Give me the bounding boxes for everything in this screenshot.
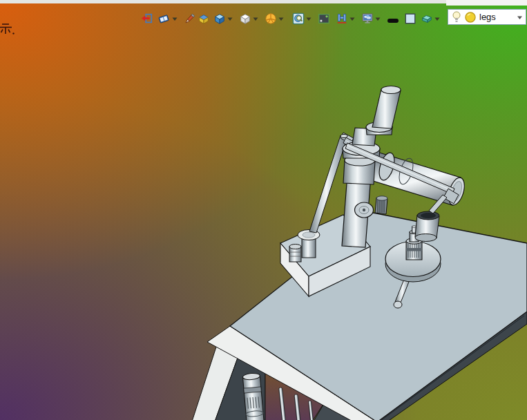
yellow-box-icon[interactable] — [198, 12, 210, 25]
chevron-down-icon[interactable] — [375, 17, 381, 21]
swatch-button[interactable] — [404, 12, 416, 26]
combobox-dropdown-arrow[interactable] — [517, 15, 523, 20]
notebook-button[interactable] — [157, 12, 178, 26]
combobox-value: legs — [479, 10, 496, 24]
rod-mount[interactable] — [289, 230, 320, 262]
view-selector-combobox[interactable]: legs — [448, 9, 526, 25]
notebook-icon[interactable] — [157, 12, 171, 25]
chevron-down-icon[interactable] — [349, 17, 355, 21]
monitor-clouds-icon[interactable] — [361, 12, 374, 25]
chevron-down-icon[interactable] — [172, 17, 178, 21]
cup-canister[interactable] — [415, 211, 439, 242]
chevron-down-icon[interactable] — [306, 17, 312, 21]
exit-icon[interactable] — [141, 12, 153, 25]
yellow-box-button[interactable] — [198, 12, 210, 26]
shaft-ball-tip — [394, 301, 402, 308]
eraser-icon[interactable] — [421, 12, 433, 25]
section-view-button[interactable] — [336, 12, 355, 26]
blue-square-icon[interactable] — [404, 12, 416, 25]
eraser-button[interactable] — [421, 12, 440, 26]
chevron-down-icon[interactable] — [253, 17, 258, 21]
scene-button[interactable] — [318, 12, 330, 26]
pill-button[interactable] — [387, 14, 399, 28]
cad-viewport[interactable]: 示. — [0, 3, 527, 420]
top-cylinder-cap — [381, 86, 401, 94]
blue-cube-icon[interactable] — [213, 12, 226, 25]
yellow-circle-icon — [464, 11, 477, 23]
display-style-button[interactable] — [239, 12, 258, 26]
gear-knob[interactable] — [375, 196, 387, 214]
pencil-icon[interactable] — [184, 12, 196, 25]
handwheel[interactable] — [355, 202, 374, 218]
assembly-model[interactable] — [0, 3, 527, 420]
chevron-down-icon[interactable] — [434, 17, 440, 21]
apply-scene-button[interactable] — [361, 12, 381, 26]
orange-wheel-icon[interactable] — [265, 12, 277, 25]
section-h-icon[interactable] — [336, 12, 348, 25]
white-cube-icon[interactable] — [239, 12, 251, 25]
zoom-button[interactable] — [292, 12, 312, 26]
magnifier-icon[interactable] — [292, 12, 305, 25]
chevron-down-icon[interactable] — [278, 17, 284, 21]
top-cylinder — [372, 89, 401, 128]
appearance-button[interactable] — [265, 12, 284, 26]
black-pill-icon[interactable] — [387, 17, 399, 25]
pencil-button[interactable] — [184, 12, 196, 26]
top-strip-right — [446, 0, 527, 6]
chevron-down-icon[interactable] — [227, 17, 233, 21]
view-cube-button[interactable] — [213, 12, 233, 26]
scene-rect-icon[interactable] — [318, 12, 330, 25]
lightbulb-icon — [451, 10, 462, 23]
exit-button[interactable] — [141, 12, 153, 26]
